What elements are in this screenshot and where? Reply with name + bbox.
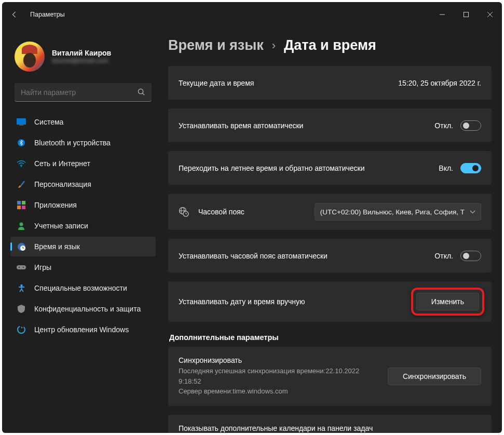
sync-now-button[interactable]: Синхронизировать	[388, 368, 481, 385]
nav-windows-update[interactable]: Центр обновления Windows	[10, 320, 156, 339]
search-input[interactable]	[21, 88, 138, 97]
timezone-row: Часовой пояс (UTC+02:00) Вильнюс, Киев, …	[168, 194, 492, 230]
time-server-text: Сервер времени:time.windows.com	[179, 386, 377, 397]
maximize-button[interactable]	[454, 6, 478, 23]
svg-line-3	[143, 93, 144, 95]
current-datetime-row: Текущие дата и время 15:20, 25 октября 2…	[168, 66, 492, 100]
window-title: Параметры	[27, 11, 65, 18]
timezone-dropdown[interactable]: (UTC+02:00) Вильнюс, Киев, Рига, София, …	[315, 203, 481, 221]
nav-privacy[interactable]: Конфиденциальность и защита	[10, 299, 156, 319]
apps-icon	[17, 200, 26, 210]
svg-point-17	[19, 267, 20, 268]
svg-rect-1	[464, 12, 469, 17]
search-icon	[138, 88, 145, 96]
titlebar: Параметры	[2, 2, 502, 27]
main-content: Время и язык › Дата и время Текущие дата…	[158, 27, 502, 433]
close-button[interactable]	[478, 6, 502, 23]
chevron-down-icon	[470, 210, 475, 214]
person-icon	[17, 221, 26, 230]
highlight-annotation: Изменить	[411, 288, 484, 316]
nav-time-language[interactable]: Время и язык	[10, 237, 156, 256]
user-email: blurred@email.com	[52, 57, 111, 64]
last-sync-text: Последняя успешная синхронизация времени…	[179, 366, 377, 386]
clock-globe-icon	[17, 242, 26, 251]
breadcrumb-parent[interactable]: Время и язык	[168, 37, 264, 53]
auto-time-row: Устанавливать время автоматически Откл.	[168, 108, 492, 142]
chevron-right-icon: ›	[272, 39, 276, 52]
svg-rect-4	[17, 118, 26, 125]
svg-rect-12	[22, 206, 25, 209]
toggle-switch[interactable]	[460, 163, 481, 173]
nav-bluetooth[interactable]: Bluetooth и устройства	[10, 133, 156, 153]
avatar	[15, 42, 45, 72]
brush-icon	[17, 180, 26, 189]
nav-system[interactable]: Система	[10, 112, 156, 132]
svg-point-18	[23, 267, 24, 268]
nav-accessibility[interactable]: Специальные возможности	[10, 278, 156, 298]
search-box[interactable]	[15, 83, 152, 102]
dst-row: Переходить на летнее время и обратно авт…	[168, 151, 492, 185]
additional-calendars-row: Показывать дополнительные календари на п…	[168, 415, 492, 433]
accessibility-icon	[17, 283, 26, 293]
window-controls	[430, 6, 502, 23]
dst-toggle[interactable]: Вкл.	[439, 163, 481, 173]
svg-line-8	[21, 181, 24, 186]
breadcrumb-current: Дата и время	[284, 37, 376, 53]
nav-apps[interactable]: Приложения	[10, 195, 156, 215]
svg-rect-9	[17, 201, 21, 205]
svg-point-2	[138, 89, 143, 93]
auto-time-toggle[interactable]: Откл.	[434, 120, 481, 131]
svg-rect-5	[19, 125, 23, 126]
sidebar: Виталий Каиров blurred@email.com Система…	[2, 27, 158, 433]
back-button[interactable]	[2, 2, 27, 27]
svg-rect-16	[17, 265, 26, 269]
system-icon	[17, 117, 26, 127]
settings-content[interactable]: Текущие дата и время 15:20, 25 октября 2…	[168, 66, 498, 433]
update-icon	[17, 325, 26, 334]
toggle-switch[interactable]	[460, 251, 481, 261]
svg-rect-10	[22, 201, 25, 205]
manual-datetime-row: Устанавливать дату и время вручную Измен…	[168, 281, 492, 322]
current-datetime-value: 15:20, 25 октября 2022 г.	[398, 79, 481, 87]
nav-gaming[interactable]: Игры	[10, 257, 156, 277]
toggle-switch[interactable]	[460, 120, 481, 131]
additional-heading: Дополнительные параметры	[169, 333, 492, 342]
shield-icon	[17, 304, 26, 314]
bluetooth-icon	[17, 138, 26, 147]
nav-list: Система Bluetooth и устройства Сеть и Ин…	[10, 112, 156, 339]
auto-tz-toggle[interactable]: Откл.	[434, 251, 481, 261]
svg-rect-11	[17, 206, 21, 209]
svg-point-19	[20, 284, 22, 287]
globe-clock-icon	[179, 207, 190, 217]
gamepad-icon	[17, 263, 26, 272]
sync-row: Синхронизировать Последняя успешная синх…	[168, 347, 492, 406]
wifi-icon	[17, 159, 26, 168]
user-profile[interactable]: Виталий Каиров blurred@email.com	[15, 42, 156, 72]
nav-network[interactable]: Сеть и Интернет	[10, 154, 156, 173]
user-name: Виталий Каиров	[52, 49, 111, 57]
nav-personalization[interactable]: Персонализация	[10, 174, 156, 194]
svg-point-13	[20, 223, 23, 226]
nav-accounts[interactable]: Учетные записи	[10, 216, 156, 236]
minimize-button[interactable]	[430, 6, 454, 23]
settings-window: Параметры Виталий Каиров blurred@email.c…	[2, 2, 502, 433]
auto-tz-row: Устанавливать часовой пояс автоматически…	[168, 239, 492, 273]
change-button[interactable]: Изменить	[416, 293, 479, 310]
svg-point-7	[21, 166, 22, 167]
breadcrumb: Время и язык › Дата и время	[168, 37, 498, 53]
